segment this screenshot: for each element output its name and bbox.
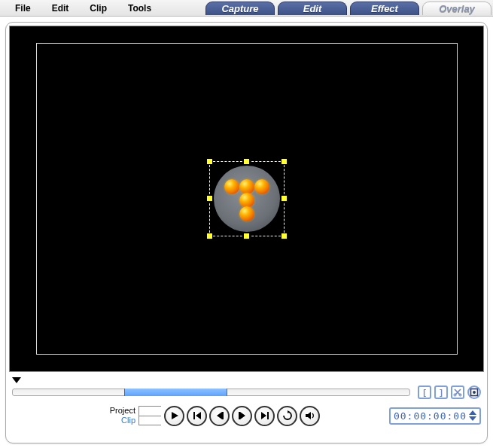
- timeline-track[interactable]: [12, 389, 410, 396]
- resize-handle-br[interactable]: [281, 233, 288, 239]
- tab-effect[interactable]: Effect: [350, 2, 419, 15]
- svg-rect-9: [239, 412, 240, 419]
- mark-in-button[interactable]: [: [418, 386, 431, 399]
- timecode-step-up[interactable]: [469, 410, 476, 415]
- timecode-value: 00:00:00:00: [394, 410, 467, 422]
- tab-overlay[interactable]: Overlay: [422, 2, 491, 15]
- svg-marker-7: [217, 412, 222, 419]
- labels-bracket: [138, 406, 161, 425]
- go-to-start-button[interactable]: [187, 406, 207, 426]
- preview-viewport[interactable]: [9, 26, 484, 372]
- tab-capture[interactable]: Capture: [205, 2, 275, 15]
- below-viewport: [9, 372, 484, 386]
- fullscreen-icon: [470, 388, 479, 397]
- timeline-clip-segment[interactable]: [124, 389, 227, 396]
- mark-out-button[interactable]: ]: [434, 386, 448, 399]
- project-label: Project: [12, 406, 135, 416]
- step-back-icon: [215, 411, 224, 420]
- resize-handle-mr[interactable]: [281, 195, 288, 202]
- resize-handle-bm[interactable]: [243, 233, 250, 239]
- go-to-start-icon: [193, 411, 202, 420]
- tab-edit[interactable]: Edit: [278, 2, 347, 15]
- window-frame: [ ] Project Clip: [5, 22, 488, 443]
- overlay-selection[interactable]: [209, 161, 285, 236]
- scissors-icon: [453, 388, 462, 397]
- loop-button[interactable]: [277, 406, 297, 426]
- timeline-row: [ ]: [9, 386, 484, 399]
- overlay-image[interactable]: [214, 166, 280, 232]
- speaker-icon: [305, 410, 315, 421]
- step-forward-button[interactable]: [232, 406, 252, 426]
- resize-handle-tl[interactable]: [206, 158, 213, 165]
- track-labels: Project Clip: [12, 406, 138, 425]
- svg-rect-12: [267, 412, 269, 419]
- menu-clip[interactable]: Clip: [79, 2, 117, 15]
- go-to-end-icon: [260, 411, 269, 420]
- resize-handle-bl[interactable]: [206, 233, 213, 239]
- step-forward-icon: [238, 411, 247, 420]
- timecode-step-down[interactable]: [469, 416, 476, 421]
- transport-controls: [164, 406, 320, 426]
- menu-file[interactable]: File: [5, 2, 41, 15]
- go-to-end-button[interactable]: [254, 406, 275, 426]
- loop-icon: [282, 410, 293, 421]
- orb-icon: [224, 176, 269, 221]
- controls-row: Project Clip: [9, 399, 484, 432]
- svg-marker-6: [196, 412, 201, 419]
- menubar: File Edit Clip Tools Capture Edit Effect…: [0, 0, 493, 17]
- svg-marker-14: [306, 412, 311, 419]
- fullscreen-button[interactable]: [467, 386, 481, 399]
- resize-handle-tm[interactable]: [243, 158, 250, 165]
- tab-bar: Capture Edit Effect Overlay: [204, 0, 493, 16]
- menu-edit[interactable]: Edit: [41, 2, 80, 15]
- svg-marker-11: [261, 412, 266, 419]
- svg-point-3: [473, 391, 476, 394]
- volume-button[interactable]: [300, 406, 320, 426]
- menu-left: File Edit Clip Tools: [0, 0, 162, 16]
- svg-marker-4: [172, 412, 178, 419]
- step-back-button[interactable]: [209, 406, 230, 426]
- safe-frame: [36, 43, 458, 355]
- play-icon: [170, 411, 179, 420]
- cut-button[interactable]: [451, 386, 464, 399]
- disclosure-toggle[interactable]: [12, 377, 21, 383]
- menu-tools[interactable]: Tools: [117, 2, 162, 15]
- resize-handle-ml[interactable]: [206, 195, 213, 202]
- play-button[interactable]: [164, 406, 184, 426]
- resize-handle-tr[interactable]: [281, 158, 288, 165]
- timecode-display[interactable]: 00:00:00:00: [389, 407, 481, 425]
- timecode-box: 00:00:00:00: [389, 407, 481, 425]
- svg-marker-10: [240, 412, 245, 419]
- clip-label: Clip: [12, 416, 135, 425]
- svg-rect-8: [222, 412, 224, 419]
- svg-rect-5: [193, 412, 195, 419]
